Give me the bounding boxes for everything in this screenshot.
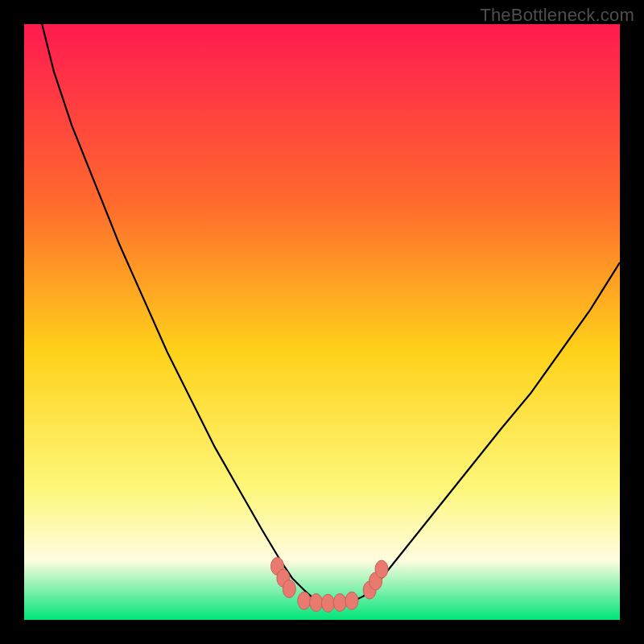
curve-marker <box>321 594 334 612</box>
plot-area <box>24 24 620 620</box>
curve-marker <box>310 594 323 612</box>
bottleneck-chart <box>24 24 620 620</box>
curve-marker <box>345 592 358 609</box>
curve-marker <box>375 560 388 578</box>
chart-frame: TheBottleneck.com <box>0 0 644 644</box>
curve-marker <box>283 580 295 598</box>
curve-marker <box>333 594 346 612</box>
watermark-text: TheBottleneck.com <box>480 5 634 26</box>
curve-marker <box>298 592 311 609</box>
gradient-background <box>24 24 620 620</box>
